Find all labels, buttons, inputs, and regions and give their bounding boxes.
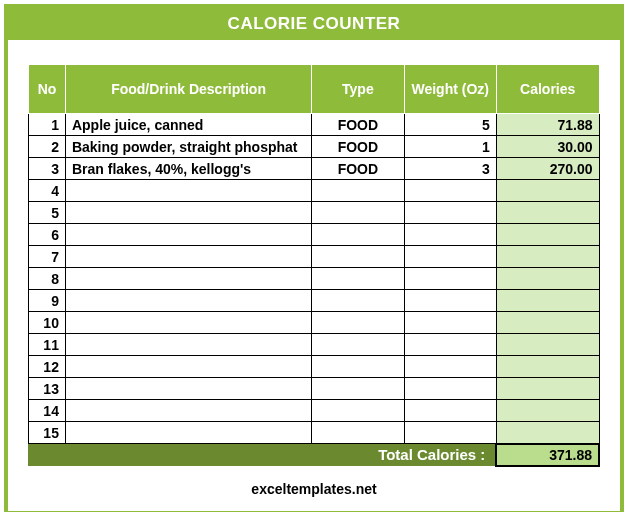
table-row: 1Apple juice, cannedFOOD571.88 (29, 114, 600, 136)
cell-calories[interactable] (496, 400, 599, 422)
cell-type[interactable] (312, 378, 404, 400)
header-weight: Weight (Oz) (404, 65, 496, 114)
table-row: 5 (29, 202, 600, 224)
cell-weight[interactable] (404, 400, 496, 422)
table-row: 8 (29, 268, 600, 290)
cell-weight[interactable] (404, 202, 496, 224)
cell-no[interactable]: 1 (29, 114, 66, 136)
cell-weight[interactable]: 3 (404, 158, 496, 180)
cell-type[interactable]: FOOD (312, 114, 404, 136)
cell-weight[interactable] (404, 224, 496, 246)
cell-desc[interactable] (65, 312, 311, 334)
cell-weight[interactable] (404, 290, 496, 312)
header-calories: Calories (496, 65, 599, 114)
cell-desc[interactable] (65, 268, 311, 290)
table-row: 14 (29, 400, 600, 422)
cell-no[interactable]: 6 (29, 224, 66, 246)
cell-weight[interactable] (404, 312, 496, 334)
cell-no[interactable]: 9 (29, 290, 66, 312)
cell-calories[interactable] (496, 356, 599, 378)
cell-weight[interactable] (404, 422, 496, 444)
calorie-table: No Food/Drink Description Type Weight (O… (28, 64, 600, 467)
header-type: Type (312, 65, 404, 114)
cell-calories[interactable]: 270.00 (496, 158, 599, 180)
cell-desc[interactable] (65, 356, 311, 378)
cell-type[interactable] (312, 400, 404, 422)
table-row: 10 (29, 312, 600, 334)
cell-type[interactable]: FOOD (312, 158, 404, 180)
table-row: 2Baking powder, straight phosphatFOOD130… (29, 136, 600, 158)
cell-no[interactable]: 11 (29, 334, 66, 356)
cell-no[interactable]: 2 (29, 136, 66, 158)
cell-calories[interactable] (496, 378, 599, 400)
cell-desc[interactable] (65, 290, 311, 312)
cell-weight[interactable]: 1 (404, 136, 496, 158)
cell-weight[interactable] (404, 268, 496, 290)
header-no: No (29, 65, 66, 114)
cell-type[interactable] (312, 224, 404, 246)
cell-weight[interactable] (404, 356, 496, 378)
cell-no[interactable]: 10 (29, 312, 66, 334)
cell-no[interactable]: 15 (29, 422, 66, 444)
cell-desc[interactable] (65, 378, 311, 400)
cell-calories[interactable] (496, 312, 599, 334)
cell-calories[interactable] (496, 268, 599, 290)
cell-calories[interactable]: 71.88 (496, 114, 599, 136)
cell-desc[interactable] (65, 400, 311, 422)
cell-calories[interactable]: 30.00 (496, 136, 599, 158)
cell-no[interactable]: 14 (29, 400, 66, 422)
total-value: 371.88 (496, 444, 599, 466)
cell-calories[interactable] (496, 290, 599, 312)
cell-type[interactable] (312, 202, 404, 224)
cell-no[interactable]: 5 (29, 202, 66, 224)
table-row: 3Bran flakes, 40%, kellogg'sFOOD3270.00 (29, 158, 600, 180)
cell-no[interactable]: 12 (29, 356, 66, 378)
table-row: 6 (29, 224, 600, 246)
cell-no[interactable]: 3 (29, 158, 66, 180)
table-row: 11 (29, 334, 600, 356)
cell-desc[interactable] (65, 224, 311, 246)
cell-type[interactable] (312, 312, 404, 334)
cell-calories[interactable] (496, 422, 599, 444)
cell-weight[interactable] (404, 378, 496, 400)
cell-type[interactable] (312, 180, 404, 202)
table-row: 13 (29, 378, 600, 400)
cell-desc[interactable] (65, 180, 311, 202)
cell-desc[interactable]: Baking powder, straight phosphat (65, 136, 311, 158)
cell-calories[interactable] (496, 224, 599, 246)
cell-type[interactable] (312, 246, 404, 268)
cell-calories[interactable] (496, 180, 599, 202)
cell-calories[interactable] (496, 334, 599, 356)
cell-desc[interactable]: Apple juice, canned (65, 114, 311, 136)
cell-type[interactable]: FOOD (312, 136, 404, 158)
cell-calories[interactable] (496, 246, 599, 268)
cell-type[interactable] (312, 334, 404, 356)
cell-no[interactable]: 13 (29, 378, 66, 400)
cell-calories[interactable] (496, 202, 599, 224)
footer-link[interactable]: exceltemplates.net (8, 467, 620, 503)
table-row: 9 (29, 290, 600, 312)
cell-type[interactable] (312, 290, 404, 312)
cell-weight[interactable] (404, 246, 496, 268)
cell-no[interactable]: 8 (29, 268, 66, 290)
cell-no[interactable]: 4 (29, 180, 66, 202)
cell-no[interactable]: 7 (29, 246, 66, 268)
cell-type[interactable] (312, 422, 404, 444)
cell-desc[interactable] (65, 422, 311, 444)
cell-weight[interactable] (404, 180, 496, 202)
cell-desc[interactable] (65, 334, 311, 356)
cell-desc[interactable]: Bran flakes, 40%, kellogg's (65, 158, 311, 180)
total-row: Total Calories : 371.88 (29, 444, 600, 466)
table-row: 7 (29, 246, 600, 268)
cell-type[interactable] (312, 268, 404, 290)
cell-weight[interactable]: 5 (404, 114, 496, 136)
cell-desc[interactable] (65, 246, 311, 268)
page-title: CALORIE COUNTER (8, 8, 620, 40)
cell-weight[interactable] (404, 334, 496, 356)
total-label: Total Calories : (29, 444, 497, 466)
cell-type[interactable] (312, 356, 404, 378)
table-row: 15 (29, 422, 600, 444)
cell-desc[interactable] (65, 202, 311, 224)
header-desc: Food/Drink Description (65, 65, 311, 114)
table-row: 12 (29, 356, 600, 378)
